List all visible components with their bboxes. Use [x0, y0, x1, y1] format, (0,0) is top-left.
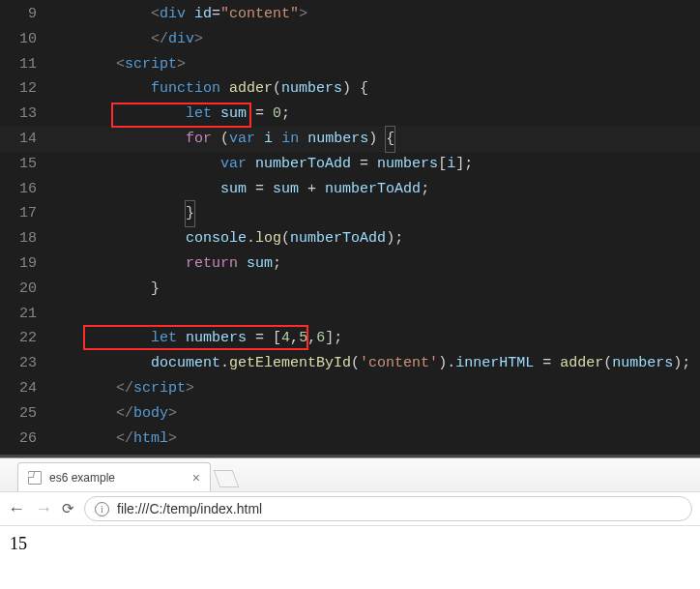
code-text[interactable]: <div id="content"> [46, 2, 700, 27]
code-text[interactable]: var numberToAdd = numbers[i]; [46, 152, 700, 177]
line-number: 10 [0, 27, 46, 52]
code-line[interactable]: 19 return sum; [0, 251, 700, 277]
line-number: 26 [0, 427, 46, 452]
line-number: 25 [0, 401, 46, 427]
code-line[interactable]: 20 } [0, 277, 700, 302]
new-tab-button[interactable] [214, 470, 240, 487]
line-number: 14 [0, 127, 46, 152]
code-text[interactable]: sum = sum + numberToAdd; [46, 177, 700, 202]
code-line[interactable]: 12 function adder(numbers) { [0, 76, 700, 102]
code-line[interactable]: 17 } [0, 201, 700, 226]
back-button-icon[interactable]: ← [8, 499, 25, 519]
matching-bracket: { [385, 126, 395, 153]
line-number: 19 [0, 251, 46, 277]
line-number: 23 [0, 351, 46, 376]
browser-toolbar: ← → ⟳ i file:///C:/temp/index.html [0, 491, 700, 526]
code-text[interactable]: console.log(numberToAdd); [46, 226, 700, 251]
line-number: 22 [0, 326, 46, 351]
line-number: 12 [0, 76, 46, 102]
code-text[interactable]: } [46, 277, 700, 302]
line-number: 11 [0, 52, 46, 77]
code-text[interactable]: </div> [46, 27, 700, 52]
tab-strip: es6 example × [0, 458, 700, 491]
line-number: 15 [0, 152, 46, 177]
code-line[interactable]: 10 </div> [0, 27, 700, 52]
code-line[interactable]: 22 let numbers = [4,5,6]; [0, 326, 700, 351]
code-line[interactable]: 11 <script> [0, 52, 700, 77]
page-content: 15 [0, 526, 700, 562]
code-text[interactable]: function adder(numbers) { [46, 76, 700, 102]
code-text[interactable]: return sum; [46, 251, 700, 277]
code-line[interactable]: 16 sum = sum + numberToAdd; [0, 177, 700, 202]
forward-button-icon: → [35, 499, 52, 519]
code-text[interactable]: </body> [46, 401, 700, 427]
code-text[interactable]: let numbers = [4,5,6]; [46, 326, 700, 351]
code-text[interactable]: </html> [46, 427, 700, 452]
code-line[interactable]: 23 document.getElementById('content').in… [0, 351, 700, 376]
browser-tab[interactable]: es6 example × [17, 462, 211, 491]
line-number: 18 [0, 226, 46, 251]
tab-title: es6 example [49, 471, 115, 485]
code-line[interactable]: 21 [0, 302, 700, 327]
code-line[interactable]: 26 </html> [0, 427, 700, 452]
code-line[interactable]: 24 </script> [0, 376, 700, 401]
url-text: file:///C:/temp/index.html [117, 501, 262, 516]
line-number: 21 [0, 302, 46, 327]
code-line[interactable]: 13 let sum = 0; [0, 102, 700, 127]
code-line[interactable]: 18 console.log(numberToAdd); [0, 226, 700, 251]
code-line[interactable]: 9 <div id="content"> [0, 2, 700, 27]
close-tab-icon[interactable]: × [192, 471, 200, 485]
address-bar[interactable]: i file:///C:/temp/index.html [84, 496, 692, 521]
reload-button-icon[interactable]: ⟳ [62, 500, 74, 517]
line-number: 17 [0, 201, 46, 226]
matching-bracket: } [185, 200, 195, 227]
code-text[interactable]: let sum = 0; [46, 102, 700, 127]
page-output: 15 [10, 534, 27, 553]
browser-window: es6 example × ← → ⟳ i file:///C:/temp/in… [0, 458, 700, 589]
line-number: 16 [0, 177, 46, 202]
code-line[interactable]: 15 var numberToAdd = numbers[i]; [0, 152, 700, 177]
line-number: 13 [0, 102, 46, 127]
code-line[interactable]: 14 for (var i in numbers) { [0, 127, 700, 152]
code-text[interactable]: <script> [46, 52, 700, 77]
line-number: 20 [0, 277, 46, 302]
code-text[interactable]: </script> [46, 376, 700, 401]
code-editor[interactable]: 9 <div id="content">10 </div>11 <script>… [0, 0, 700, 455]
code-text[interactable]: document.getElementById('content').inner… [46, 351, 700, 376]
code-text[interactable] [46, 302, 700, 327]
page-favicon-icon [28, 471, 42, 485]
line-number: 24 [0, 376, 46, 401]
code-text[interactable]: } [46, 201, 700, 226]
line-number: 9 [0, 2, 46, 27]
code-text[interactable]: for (var i in numbers) { [46, 127, 700, 152]
site-info-icon[interactable]: i [95, 502, 109, 516]
code-line[interactable]: 25 </body> [0, 401, 700, 427]
